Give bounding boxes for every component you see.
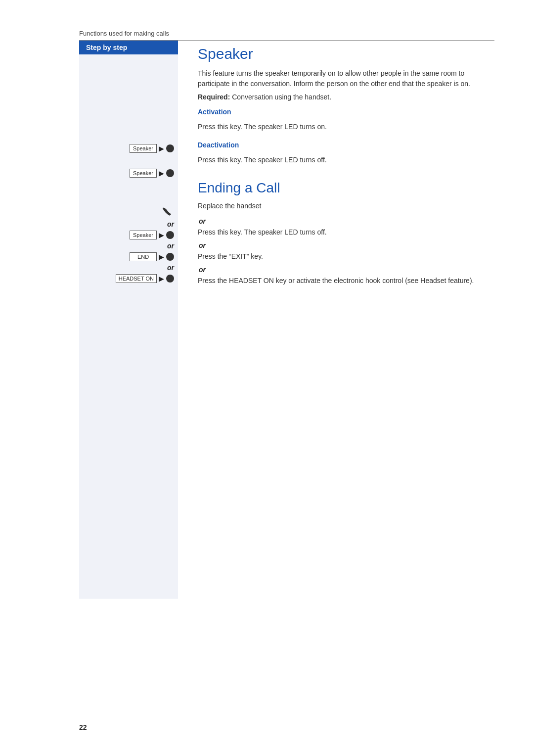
speaker-description: This feature turns the speaker temporari… <box>198 68 494 89</box>
end-led-dot <box>166 253 174 261</box>
page-number: 22 <box>79 723 87 731</box>
or-row-1: or <box>79 220 178 228</box>
activation-key-row: Speaker ▶ <box>79 142 178 154</box>
ending-speaker-led-dot <box>166 231 174 239</box>
headset-on-key-row: HEADSET ON ▶ <box>79 273 178 284</box>
handset-icon <box>160 206 174 217</box>
activation-led-dot <box>166 144 174 152</box>
top-label-text: Functions used for making calls <box>79 30 169 37</box>
deactivation-arrow-icon: ▶ <box>159 170 164 177</box>
or-label-3: or <box>198 266 494 274</box>
handset-icon-row <box>79 204 178 219</box>
step-by-step-label: Step by step <box>86 44 127 51</box>
ending-speaker-key-label: Speaker <box>130 231 157 239</box>
replace-handset-action: Replace the handset <box>198 201 261 211</box>
activation-action: Press this key. The speaker LED turns on… <box>198 122 494 132</box>
activation-key-label: Speaker <box>130 144 157 153</box>
speaker-title: Speaker <box>198 46 494 62</box>
deactivation-title: Deactivation <box>198 141 494 149</box>
ending-speaker-arrow-icon: ▶ <box>159 232 164 238</box>
page: Functions used for making calls Step by … <box>0 0 534 756</box>
or-label-1: or <box>198 217 494 225</box>
activation-title: Activation <box>198 108 494 116</box>
sidebar: Step by step Speaker ▶ Speaker ▶ <box>79 41 178 634</box>
content-area: Speaker This feature turns the speaker t… <box>178 41 494 634</box>
sidebar-content: Speaker ▶ Speaker ▶ <box>79 54 178 599</box>
step-by-step-box: Step by step <box>79 41 178 54</box>
deactivation-action: Press this key. The speaker LED turns of… <box>198 155 494 165</box>
or-label-2: or <box>198 241 494 249</box>
ending-speaker-key-row: Speaker ▶ <box>79 229 178 241</box>
or-row-2: or <box>79 242 178 250</box>
headset-on-arrow-icon: ▶ <box>159 275 164 282</box>
headset-on-action: Press the HEADSET ON key or activate the… <box>198 276 494 286</box>
required-label: Required: <box>198 93 230 101</box>
top-label: Functions used for making calls <box>79 30 494 41</box>
deactivation-key-label: Speaker <box>130 169 157 178</box>
exit-key-action: Press the “EXIT” key. <box>198 251 494 262</box>
deactivation-key-row: Speaker ▶ <box>79 167 178 179</box>
or-row-3: or <box>79 264 178 272</box>
headset-on-key-label: HEADSET ON <box>116 274 157 283</box>
ending-title: Ending a Call <box>198 180 494 196</box>
activation-arrow-icon: ▶ <box>159 145 164 152</box>
speaker-off-action: Press this key. The speaker LED turns of… <box>198 227 494 237</box>
end-key-label: END <box>130 252 157 261</box>
required-line: Required: Conversation using the handset… <box>198 93 494 101</box>
end-key-row: END ▶ <box>79 251 178 263</box>
main-content: Step by step Speaker ▶ Speaker ▶ <box>79 41 494 634</box>
deactivation-led-dot <box>166 169 174 177</box>
headset-on-led-dot <box>166 275 174 283</box>
end-arrow-icon: ▶ <box>159 253 164 260</box>
required-text: Conversation using the handset. <box>230 93 331 101</box>
